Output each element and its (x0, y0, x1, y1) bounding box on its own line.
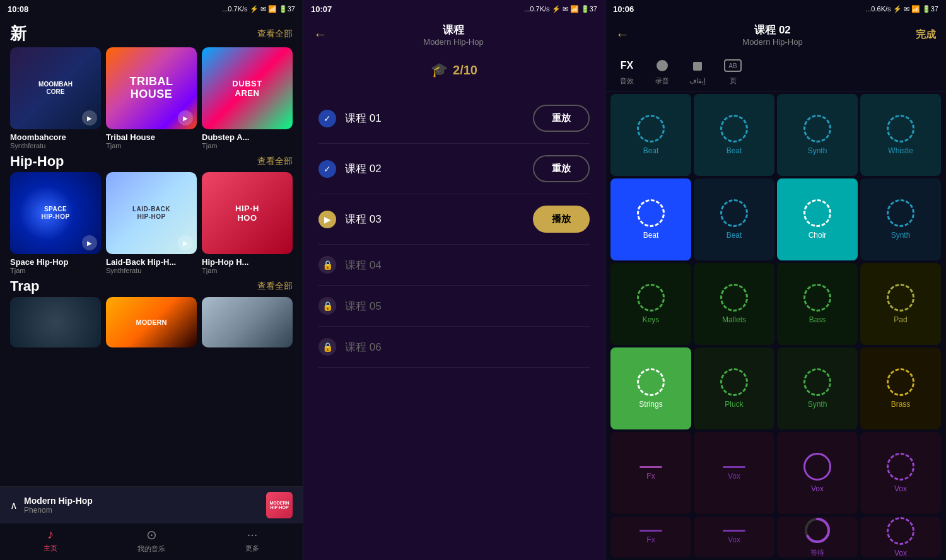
inst-brass[interactable]: Brass (860, 347, 941, 429)
inst-synth2[interactable]: Synth (860, 178, 941, 260)
inst-vox2[interactable]: Vox (777, 432, 858, 514)
synth2-circle (887, 199, 914, 227)
inst-bass[interactable]: Bass (777, 263, 858, 345)
panel-browse: 10:08 ...0.7K/s ⚡ ✉ 📶 🔋37 新 查看全部 MOOMBAH… (0, 0, 303, 560)
inst-beat1[interactable]: Beat (610, 94, 691, 176)
tab-home[interactable]: ♪ 主页 (0, 527, 101, 554)
tool-stop[interactable]: إيقاف (686, 57, 709, 85)
card-thumb-moombahcore: MOOMBAHCORE ▶ (10, 47, 101, 129)
bass-circle (803, 284, 831, 312)
status-bar-3: 10:06 ...0.6K/s ⚡ ✉ 📶 🔋37 (605, 0, 946, 18)
tab-more[interactable]: ··· 更多 (202, 527, 303, 554)
view-all-new[interactable]: 查看全部 (257, 28, 293, 40)
pad-circle (887, 284, 914, 312)
course-label-01: 课程 01 (345, 111, 524, 125)
card-hiphoph[interactable]: HIP-HHOO Hip-Hop H... Tjam (202, 172, 293, 274)
tool-fx[interactable]: FX 音效 (616, 57, 638, 86)
back-button-3[interactable]: ← (616, 26, 629, 43)
view-all-hiphop[interactable]: 查看全部 (257, 156, 293, 167)
pluck-circle (720, 368, 748, 396)
card-trap2[interactable]: MODERN (106, 297, 197, 347)
course-label-06: 课程 06 (345, 340, 590, 354)
card-author-space: Tjam (10, 267, 101, 274)
card-laidback[interactable]: LAID-BACKHIP-HOP ▶ Laid-Back Hip-H... Sy… (106, 172, 197, 274)
card-thumb-space: SPACEHIP-HOP ▶ (10, 172, 101, 254)
inst-loading: 等待 (777, 516, 858, 557)
play-btn-space[interactable]: ▶ (82, 235, 97, 250)
fx1-dash (639, 466, 662, 468)
inst-vox4[interactable]: Vox (694, 516, 774, 557)
course-item-03[interactable]: ▶ 课程 03 播放 (318, 194, 590, 245)
inst-fx1[interactable]: Fx (610, 432, 691, 514)
view-all-trap[interactable]: 查看全部 (257, 281, 293, 292)
fx-icon-box: FX (616, 57, 638, 74)
inst-choir[interactable]: Choir (777, 178, 858, 260)
inst-vox5[interactable]: Vox (860, 516, 941, 557)
card-author-hiphoph: Tjam (202, 267, 293, 274)
time-3: 10:06 (613, 4, 634, 14)
now-playing-bar[interactable]: ∧ Modern Hip-Hop Phenom MODERNHIP-HOP (0, 487, 303, 523)
tool-ab[interactable]: AB 页 (721, 57, 744, 86)
card-tribal[interactable]: TRIBALHOUSE ▶ Tribal House Tjam (106, 47, 197, 149)
card-title-hiphoph: Hip-Hop H... (202, 257, 293, 267)
inst-vox3[interactable]: Vox (860, 432, 941, 514)
fx2-dash (639, 530, 662, 532)
course-btn-01[interactable]: 重放 (533, 105, 590, 132)
play-btn-laidback[interactable]: ▶ (178, 235, 193, 250)
course-btn-02[interactable]: 重放 (533, 155, 590, 182)
inst-mallets[interactable]: Mallets (694, 263, 774, 345)
panel3-header-center: 课程 02 Modern Hip-Hop (629, 23, 916, 47)
course-status-locked-05: 🔒 (318, 297, 336, 315)
expand-icon[interactable]: ∧ (10, 499, 18, 511)
pluck-label: Pluck (725, 400, 743, 409)
card-dubstep[interactable]: DUBSTAREN Dubstep A... Tjam (202, 47, 293, 149)
card-trap1[interactable] (10, 297, 101, 347)
inst-whistle[interactable]: Whistle (860, 94, 941, 176)
beat2-circle (720, 115, 748, 143)
bottom-bar: ∧ Modern Hip-Hop Phenom MODERNHIP-HOP ♪ … (0, 486, 303, 560)
card-moombahcore[interactable]: MOOMBAHCORE ▶ Moombahcore Synthferatu (10, 47, 101, 149)
panel2-subtitle: Modern Hip-Hop (327, 37, 580, 47)
vox5-circle (887, 517, 914, 545)
course-status-locked-06: 🔒 (318, 338, 336, 356)
tool-record[interactable]: 录音 (651, 57, 674, 86)
course-btn-03[interactable]: 播放 (533, 206, 590, 233)
tab-more-label: 更多 (245, 544, 259, 553)
course-item-01[interactable]: ✓ 课程 01 重放 (318, 93, 590, 144)
beat4-circle (720, 199, 748, 227)
inst-beat3[interactable]: Beat (610, 178, 691, 260)
inst-fx2[interactable]: Fx (610, 516, 691, 557)
now-playing-artist: Phenom (24, 506, 260, 515)
tab-home-label: 主页 (44, 544, 57, 553)
stop-label: إيقاف (689, 77, 706, 85)
play-btn-tribal[interactable]: ▶ (178, 110, 193, 125)
hiphop-header: Hip-Hop 查看全部 (0, 149, 303, 172)
progress-text: 2/10 (453, 63, 477, 78)
inst-beat4[interactable]: Beat (694, 178, 774, 260)
done-button[interactable]: 完成 (916, 28, 936, 42)
course-label-02: 课程 02 (345, 161, 524, 176)
tab-music[interactable]: ⊙ 我的音乐 (101, 527, 202, 554)
card-trap3[interactable] (202, 297, 293, 347)
beat1-circle (637, 115, 665, 143)
inst-synth3[interactable]: Synth (777, 347, 858, 429)
vox1-dash (723, 466, 745, 468)
inst-pad[interactable]: Pad (860, 263, 941, 345)
whistle-circle (887, 115, 914, 143)
inst-vox1[interactable]: Vox (694, 432, 774, 514)
play-btn-moombahcore[interactable]: ▶ (82, 110, 97, 125)
inst-synth1[interactable]: Synth (777, 94, 858, 176)
pad-label: Pad (894, 315, 907, 324)
back-button-2[interactable]: ← (313, 26, 327, 43)
inst-keys[interactable]: Keys (610, 263, 691, 345)
inst-beat2[interactable]: Beat (694, 94, 774, 176)
course-list: ✓ 课程 01 重放 ✓ 课程 02 重放 ▶ 课程 03 播放 🔒 课程 04… (303, 93, 605, 560)
stop-icon-box (686, 57, 709, 75)
choir-circle (803, 199, 831, 227)
card-space[interactable]: SPACEHIP-HOP ▶ Space Hip-Hop Tjam (10, 172, 101, 274)
inst-pluck[interactable]: Pluck (694, 347, 774, 429)
trap-label: Trap (10, 278, 39, 295)
panel1-header: 新 查看全部 (0, 18, 303, 47)
course-item-02[interactable]: ✓ 课程 02 重放 (318, 144, 590, 194)
inst-strings[interactable]: Strings (610, 347, 691, 429)
